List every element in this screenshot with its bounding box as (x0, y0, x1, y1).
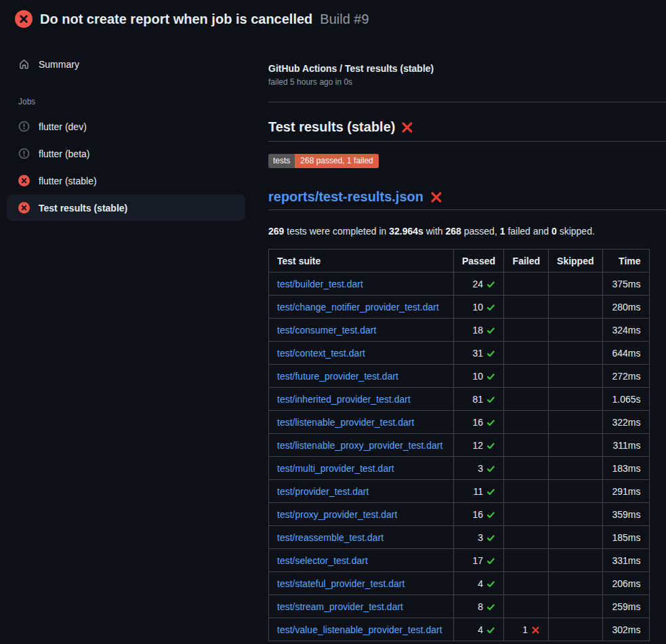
table-header-row: Test suite Passed Failed Skipped Time (269, 249, 650, 273)
skipped-cell (549, 342, 602, 365)
sidebar-job-flutter-stable[interactable]: flutter (stable) (7, 167, 245, 194)
suite-link[interactable]: test/consumer_test.dart (277, 325, 376, 336)
table-row: test/future_provider_test.dart10272ms (269, 365, 650, 388)
job-label: Test results (stable) (39, 203, 127, 214)
suite-cell: test/builder_test.dart (269, 273, 454, 296)
suite-link[interactable]: test/future_provider_test.dart (277, 371, 398, 382)
main-content: GitHub Actions / Test results (stable) f… (257, 37, 666, 641)
job-label: flutter (stable) (39, 176, 97, 186)
suite-link[interactable]: test/selector_test.dart (277, 555, 368, 566)
suite-link[interactable]: test/stream_provider_test.dart (277, 601, 403, 612)
time-cell: 375ms (602, 273, 649, 296)
suite-link[interactable]: test/proxy_provider_test.dart (277, 509, 397, 520)
table-row: test/consumer_test.dart18324ms (269, 319, 650, 342)
suite-link[interactable]: test/context_test.dart (277, 348, 365, 359)
sidebar-job-flutter-dev[interactable]: flutter (dev) (7, 113, 245, 140)
neutral-status-icon (18, 148, 30, 159)
cross-mark-icon (430, 191, 442, 203)
col-skipped: Skipped (549, 249, 602, 273)
failed-cell (504, 434, 549, 457)
failed-count: 1 (500, 226, 505, 237)
suite-cell: test/inherited_provider_test.dart (269, 388, 454, 411)
table-row: test/change_notifier_provider_test.dart1… (269, 296, 650, 319)
time-cell: 272ms (602, 365, 649, 388)
x-icon (531, 626, 540, 635)
table-row: test/provider_test.dart11291ms (269, 480, 650, 503)
time-cell: 359ms (602, 503, 649, 526)
skipped-cell (549, 618, 602, 641)
suite-link[interactable]: test/listenable_proxy_provider_test.dart (277, 440, 442, 451)
jobs-section-label: Jobs (18, 97, 245, 106)
passed-cell: 4 (454, 572, 504, 595)
skipped-cell (549, 549, 602, 572)
failed-cell (504, 457, 549, 480)
col-passed: Passed (454, 249, 504, 273)
job-label: flutter (dev) (39, 121, 87, 132)
failed-cell (504, 342, 549, 365)
check-icon (486, 534, 495, 542)
home-icon (18, 58, 30, 70)
failed-cell (504, 411, 549, 434)
failed-status-icon (18, 175, 30, 186)
suite-link[interactable]: test/listenable_provider_test.dart (277, 417, 414, 428)
suite-link[interactable]: test/change_notifier_provider_test.dart (277, 302, 439, 313)
suite-link[interactable]: test/builder_test.dart (277, 279, 363, 289)
table-row: test/proxy_provider_test.dart16359ms (269, 503, 650, 526)
passed-cell: 12 (454, 434, 504, 457)
failed-cell (504, 572, 549, 595)
time-cell: 259ms (602, 595, 649, 618)
table-row: test/stream_provider_test.dart8259ms (269, 595, 650, 618)
failed-status-icon (15, 10, 33, 28)
check-icon (486, 395, 495, 404)
passed-cell: 3 (454, 526, 504, 549)
suite-link[interactable]: test/value_listenable_provider_test.dart (277, 624, 442, 635)
check-icon (486, 418, 495, 427)
time-cell: 311ms (602, 434, 649, 457)
badge-label: tests (268, 154, 295, 168)
time-cell: 331ms (602, 549, 649, 572)
suite-link[interactable]: test/inherited_provider_test.dart (277, 394, 411, 405)
results-table: Test suite Passed Failed Skipped Time te… (268, 249, 650, 641)
suite-cell: test/provider_test.dart (269, 480, 454, 503)
table-row: test/stateful_provider_test.dart4206ms (269, 572, 650, 595)
skipped-cell (549, 365, 602, 388)
passed-cell: 8 (454, 595, 504, 618)
time-cell: 302ms (602, 618, 649, 641)
time-cell: 291ms (602, 480, 649, 503)
check-icon (486, 510, 495, 519)
results-table-body: test/builder_test.dart24375mstest/change… (269, 273, 650, 641)
suite-link[interactable]: test/stateful_provider_test.dart (277, 578, 404, 589)
suite-cell: test/multi_provider_test.dart (269, 457, 454, 480)
sidebar-item-summary[interactable]: Summary (7, 52, 245, 77)
table-row: test/value_listenable_provider_test.dart… (269, 618, 650, 641)
report-file-link[interactable]: reports/test-results.json (268, 189, 423, 205)
suite-link[interactable]: test/provider_test.dart (277, 486, 369, 497)
total-time: 32.964s (389, 226, 423, 237)
suite-link[interactable]: test/multi_provider_test.dart (277, 463, 394, 474)
check-icon (486, 487, 495, 496)
summary-line: 269 tests were completed in 32.964s with… (268, 226, 666, 237)
sidebar: Summary Jobs flutter (dev) flutter (beta… (0, 37, 257, 221)
skipped-cell (549, 434, 602, 457)
suite-cell: test/selector_test.dart (269, 549, 454, 572)
failed-cell (504, 319, 549, 342)
sidebar-job-flutter-beta[interactable]: flutter (beta) (7, 140, 245, 167)
passed-cell: 16 (454, 503, 504, 526)
cross-mark-icon (401, 121, 413, 134)
badge-value: 268 passed, 1 failed (295, 154, 378, 168)
suite-cell: test/listenable_provider_test.dart (269, 411, 454, 434)
passed-cell: 4 (454, 618, 504, 641)
failed-cell (504, 480, 549, 503)
check-icon (486, 464, 495, 473)
skipped-cell (549, 296, 602, 319)
sidebar-job-test-results-stable[interactable]: Test results (stable) (7, 195, 245, 221)
table-row: test/reassemble_test.dart3185ms (269, 526, 650, 549)
passed-cell: 24 (454, 273, 504, 296)
skipped-count: 0 (551, 226, 557, 237)
suite-link[interactable]: test/reassemble_test.dart (277, 532, 383, 543)
section-title-text: Test results (stable) (268, 119, 395, 135)
passed-cell: 81 (454, 388, 504, 411)
check-icon (486, 372, 495, 381)
passed-cell: 3 (454, 457, 504, 480)
col-time: Time (602, 249, 649, 273)
